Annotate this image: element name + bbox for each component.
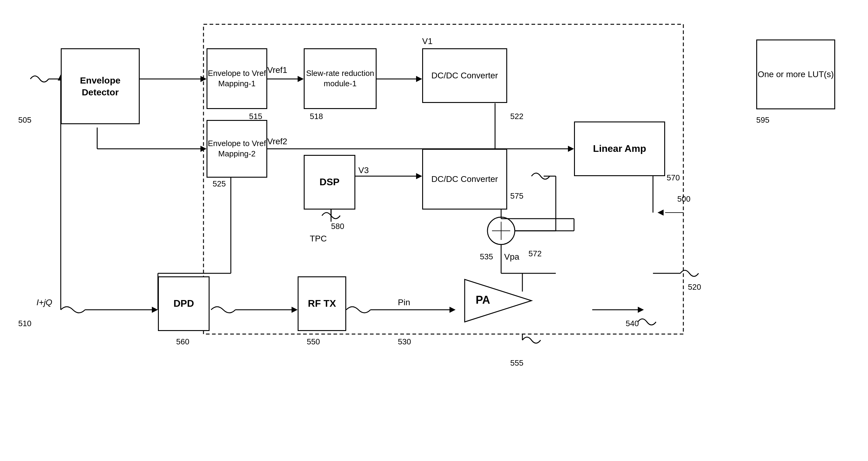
svg-text:PA: PA xyxy=(475,294,490,306)
label-575: 575 xyxy=(510,191,523,201)
label-tpc: TPC xyxy=(310,234,327,244)
svg-marker-2 xyxy=(200,76,207,82)
label-vref2: Vref2 xyxy=(267,137,287,146)
svg-point-18 xyxy=(488,217,515,244)
label-vref1: Vref1 xyxy=(267,65,287,75)
svg-marker-13 xyxy=(568,146,574,152)
label-570: 570 xyxy=(666,173,680,183)
svg-marker-15 xyxy=(416,173,422,179)
envelope-vref-mapping2-block: Envelope to Vref Mapping-2 xyxy=(207,120,267,178)
label-540: 540 xyxy=(626,319,639,328)
label-530: 530 xyxy=(398,337,411,346)
linear-amp-block: Linear Amp xyxy=(574,121,665,176)
label-515: 515 xyxy=(249,112,262,121)
svg-marker-50 xyxy=(657,210,663,216)
label-550: 550 xyxy=(307,337,320,346)
envelope-vref-mapping1-block: Envelope to Vref Mapping-1 xyxy=(207,48,267,109)
label-vpa: Vpa xyxy=(504,252,519,262)
diagram-container: Envelope Detector Envelope to Vref Mappi… xyxy=(0,0,868,461)
dpd-block: DPD xyxy=(158,276,210,331)
label-v3: V3 xyxy=(359,165,369,175)
label-560: 560 xyxy=(176,337,189,346)
svg-marker-34 xyxy=(152,307,158,313)
label-505: 505 xyxy=(18,115,31,125)
rf-tx-block: RF TX xyxy=(298,276,346,331)
label-522: 522 xyxy=(510,112,523,121)
label-535: 535 xyxy=(480,252,493,262)
svg-marker-9 xyxy=(416,76,422,82)
svg-marker-57 xyxy=(465,279,531,322)
dcdc-converter-top-block: DC/DC Converter xyxy=(422,48,507,103)
label-520: 520 xyxy=(688,282,701,292)
svg-marker-42 xyxy=(638,307,644,313)
envelope-detector-block: Envelope Detector xyxy=(61,48,140,124)
svg-marker-5 xyxy=(200,146,207,152)
svg-marker-40 xyxy=(450,307,456,313)
label-v1: V1 xyxy=(422,36,432,46)
slew-rate-block: Slew-rate reduction module-1 xyxy=(304,48,377,109)
label-518: 518 xyxy=(310,112,323,121)
lut-block: One or more LUT(s) xyxy=(756,39,835,109)
label-525: 525 xyxy=(213,179,226,189)
label-580: 580 xyxy=(331,222,344,231)
label-500: 500 xyxy=(677,194,690,204)
dsp-block: DSP xyxy=(304,155,355,210)
label-555: 555 xyxy=(510,358,523,368)
label-572: 572 xyxy=(528,249,541,258)
dcdc-converter-mid-block: DC/DC Converter xyxy=(422,149,507,210)
label-510: 510 xyxy=(18,319,31,328)
pa-block: PA xyxy=(456,264,534,343)
svg-marker-38 xyxy=(291,307,298,313)
label-pin: Pin xyxy=(398,298,410,307)
label-595: 595 xyxy=(756,115,769,125)
svg-marker-7 xyxy=(298,76,304,82)
label-ijq: I+jQ xyxy=(36,298,52,307)
